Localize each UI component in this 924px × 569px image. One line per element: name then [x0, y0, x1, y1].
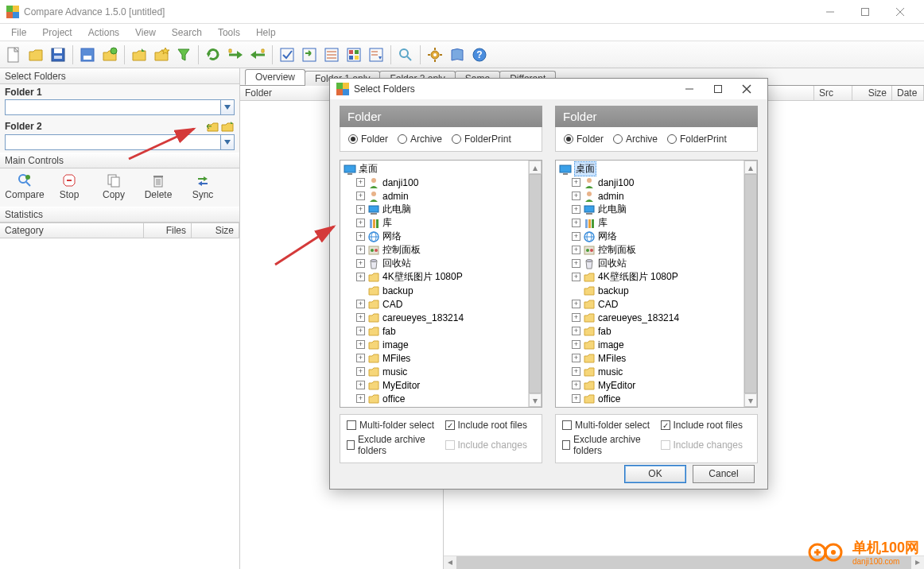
right-check-multi[interactable]: Multi-folder select [562, 420, 653, 431]
ok-button[interactable]: OK [624, 465, 686, 483]
folder2-input[interactable] [5, 134, 220, 150]
refresh-icon[interactable] [203, 45, 223, 65]
tree-node[interactable]: +控制面板 [342, 243, 540, 257]
tree-node[interactable]: +danji100 [342, 176, 540, 189]
left-radio-folder[interactable]: Folder [348, 134, 388, 145]
menu-help[interactable]: Help [248, 25, 284, 40]
sync-out-icon[interactable] [225, 45, 246, 65]
tree-node[interactable]: +careueyes_183214 [557, 311, 755, 324]
tree-node[interactable]: backup [557, 284, 755, 297]
close-button[interactable] [883, 1, 918, 23]
menu-tools[interactable]: Tools [210, 25, 248, 40]
folder2-dropdown[interactable] [220, 134, 235, 150]
tree-node[interactable]: 桌面 [557, 162, 755, 176]
stats-col-files[interactable]: Files [144, 223, 192, 238]
dialog-close-button[interactable] [732, 79, 761, 99]
tree-node[interactable]: +库 [557, 216, 755, 230]
folder-up-icon[interactable] [129, 45, 149, 65]
minimize-button[interactable] [813, 1, 848, 23]
tree-node[interactable]: +MFiles [342, 351, 540, 365]
tree-node[interactable]: +MFiles [557, 351, 755, 365]
folder1-input[interactable] [5, 99, 220, 115]
right-check-root[interactable]: ✓Include root files [661, 420, 751, 431]
swap-folders-icon[interactable] [205, 120, 219, 133]
left-radio-folderprint[interactable]: FolderPrint [452, 134, 511, 145]
right-radio-archive[interactable]: Archive [613, 134, 658, 145]
tree-node[interactable]: +4K壁纸图片 1080P [342, 270, 540, 284]
stats-col-category[interactable]: Category [0, 223, 144, 238]
delete-button[interactable]: Delete [137, 172, 180, 200]
filter-icon[interactable] [173, 45, 194, 65]
tree-node[interactable]: +image [557, 338, 755, 351]
tree-node[interactable]: +此电脑 [342, 203, 540, 216]
tree-node[interactable]: +music [557, 365, 755, 378]
compare-button[interactable]: Compare [3, 172, 46, 200]
save-icon[interactable] [48, 45, 68, 65]
tree-node[interactable]: +控制面板 [557, 243, 755, 257]
tree-node[interactable]: +MyEditor [557, 378, 755, 392]
check-icon[interactable] [277, 45, 297, 65]
tree-node[interactable]: +danji100 [557, 176, 755, 189]
list-icon[interactable] [321, 45, 342, 65]
left-check-multi[interactable]: Multi-folder select [347, 420, 437, 431]
tree-node[interactable]: +admin [557, 189, 755, 203]
tree-node[interactable]: 桌面 [342, 162, 540, 176]
menu-view[interactable]: View [127, 25, 164, 40]
tree-node[interactable]: +回收站 [342, 257, 540, 270]
open-icon[interactable] [25, 45, 46, 65]
gear-icon[interactable] [425, 45, 445, 65]
list-down-icon[interactable] [366, 45, 386, 65]
dialog-minimize-button[interactable] [675, 79, 704, 99]
right-tree[interactable]: 桌面+danji100+admin+此电脑+库+网络+控制面板+回收站+4K壁纸… [555, 160, 758, 408]
save-disk-icon[interactable] [77, 45, 98, 65]
tab-overview[interactable]: Overview [245, 69, 305, 85]
scroll-left[interactable]: ◂ [444, 556, 457, 569]
sync-in-icon[interactable] [247, 45, 268, 65]
menu-actions[interactable]: Actions [80, 25, 127, 40]
right-radio-folderprint[interactable]: FolderPrint [667, 134, 727, 145]
right-radio-folder[interactable]: Folder [564, 134, 604, 145]
open-compare-icon[interactable] [99, 45, 120, 65]
tree-node[interactable]: +music [342, 365, 540, 378]
dialog-maximize-button[interactable] [704, 79, 732, 99]
col-size[interactable]: Size [852, 86, 892, 100]
stats-col-size[interactable]: Size [192, 223, 239, 238]
col-date[interactable]: Date [892, 86, 924, 100]
tree-node[interactable]: +此电脑 [557, 203, 755, 216]
tree-node[interactable]: +fab [342, 324, 540, 338]
browse-folder-icon[interactable] [220, 120, 235, 133]
tree-node[interactable]: +回收站 [557, 257, 755, 270]
stop-button[interactable]: Stop [48, 172, 91, 200]
tree-node[interactable]: +office [342, 392, 540, 405]
menu-project[interactable]: Project [34, 25, 80, 40]
transfer-icon[interactable] [299, 45, 320, 65]
grid-color-icon[interactable] [344, 45, 364, 65]
tree-node[interactable]: +CAD [342, 297, 540, 311]
tree-node[interactable]: +fab [557, 324, 755, 338]
right-tree-scrollbar[interactable]: ▴▾ [743, 161, 757, 407]
search-icon[interactable] [395, 45, 416, 65]
tree-node[interactable]: +网络 [557, 230, 755, 243]
left-check-root[interactable]: ✓Include root files [445, 420, 536, 431]
col-src[interactable]: Src [814, 86, 852, 100]
menu-search[interactable]: Search [164, 25, 210, 40]
tree-node[interactable]: +网络 [342, 230, 540, 243]
copy-button[interactable]: Copy [92, 172, 135, 200]
sync-button[interactable]: Sync [181, 172, 224, 200]
left-tree-scrollbar[interactable]: ▴▾ [528, 161, 542, 407]
menu-file[interactable]: File [3, 25, 34, 40]
tree-node[interactable]: backup [342, 284, 540, 297]
tree-node[interactable]: +image [342, 338, 540, 351]
book-icon[interactable] [447, 45, 468, 65]
help-icon[interactable]: ? [469, 45, 490, 65]
maximize-button[interactable] [848, 1, 883, 23]
tree-node[interactable]: +库 [342, 216, 540, 230]
folder-star-icon[interactable] [151, 45, 172, 65]
left-tree[interactable]: 桌面+danji100+admin+此电脑+库+网络+控制面板+回收站+4K壁纸… [340, 160, 542, 408]
left-check-excl[interactable]: Exclude archive folders [347, 434, 437, 456]
left-radio-archive[interactable]: Archive [398, 134, 442, 145]
cancel-button[interactable]: Cancel [693, 465, 755, 483]
new-icon[interactable] [3, 45, 24, 65]
tree-node[interactable]: +careueyes_183214 [342, 311, 540, 324]
tree-node[interactable]: +MyEditor [342, 378, 540, 392]
